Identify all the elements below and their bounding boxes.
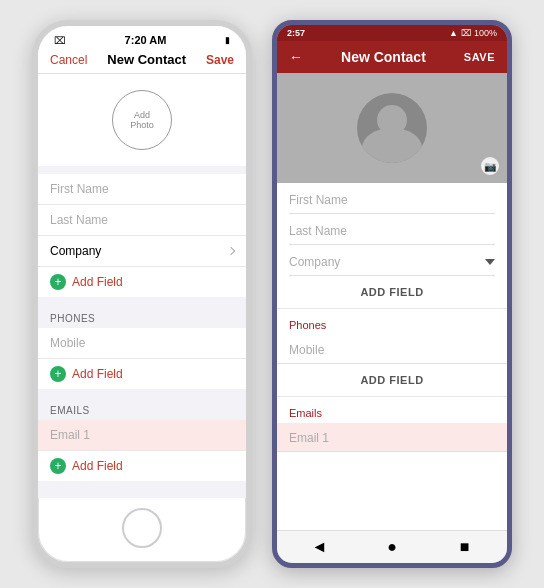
ios-battery-icon: ▮ [225, 35, 230, 45]
android-mobile-placeholder: Mobile [289, 343, 324, 357]
android-nav-title: New Contact [341, 49, 426, 65]
android-add-field-button[interactable]: ADD FIELD [277, 276, 507, 309]
android-company-placeholder: Company [289, 255, 340, 269]
android-bottom-nav: ◄ ● ■ [277, 530, 507, 563]
ios-nav-bar: Cancel New Contact Save [38, 46, 246, 74]
ios-add-phone-button[interactable]: + Add Field [38, 359, 246, 389]
android-back-nav-button[interactable]: ◄ [309, 537, 329, 557]
android-recent-nav-button[interactable]: ■ [455, 537, 475, 557]
ios-add-photo-label: Add [134, 110, 150, 120]
android-back-button[interactable]: ← [289, 49, 303, 65]
android-company-dropdown-icon [485, 259, 495, 265]
android-back-nav-icon: ◄ [311, 538, 327, 556]
android-recent-nav-icon: ■ [460, 538, 470, 556]
main-container: ⌧ 7:20 AM ▮ Cancel New Contact Save Add … [12, 0, 532, 588]
ios-add-email-button[interactable]: + Add Field [38, 451, 246, 481]
android-emails-header: Emails [277, 397, 507, 423]
android-first-name-placeholder: First Name [289, 193, 348, 207]
ios-home-area [38, 498, 246, 562]
android-form: First Name Last Name Company [277, 183, 507, 276]
ios-cancel-button[interactable]: Cancel [50, 53, 87, 67]
ios-phone: ⌧ 7:20 AM ▮ Cancel New Contact Save Add … [32, 20, 252, 568]
ios-company-field[interactable]: Company [38, 236, 246, 267]
ios-company-label: Company [50, 244, 101, 258]
android-add-phone-button[interactable]: ADD FIELD [277, 364, 507, 397]
ios-email-plus-icon: + [50, 458, 66, 474]
android-home-nav-button[interactable]: ● [382, 537, 402, 557]
ios-time: 7:20 AM [125, 34, 167, 46]
android-last-name-field[interactable]: Last Name [289, 214, 495, 245]
ios-last-name-field[interactable]: Last Name [38, 205, 246, 236]
android-home-nav-icon: ● [387, 538, 397, 556]
ios-first-name-field[interactable]: First Name [38, 174, 246, 205]
ios-status-bar: ⌧ 7:20 AM ▮ [38, 26, 246, 46]
ios-add-phone-label: Add Field [72, 367, 123, 381]
ios-mobile-field[interactable]: Mobile [38, 328, 246, 359]
ios-phone-plus-icon: + [50, 366, 66, 382]
android-mobile-field[interactable]: Mobile [277, 335, 507, 364]
android-company-field[interactable]: Company [289, 245, 495, 276]
ios-home-button[interactable] [122, 508, 162, 548]
ios-add-email-label: Add Field [72, 459, 123, 473]
ios-status-icons: ▮ [225, 35, 230, 45]
android-phone: 2:57 ▲ ⌧ 100% ← New Contact SAVE 📷 First… [272, 20, 512, 568]
ios-email1-field[interactable]: Email 1 [38, 420, 246, 451]
android-content: 📷 First Name Last Name Company ADD FIELD… [277, 73, 507, 530]
ios-add-field-button[interactable]: + Add Field [38, 267, 246, 297]
ios-nav-title: New Contact [107, 52, 186, 67]
ios-save-button[interactable]: Save [206, 53, 234, 67]
android-phones-header: Phones [277, 309, 507, 335]
android-email1-placeholder: Email 1 [289, 431, 329, 445]
ios-plus-icon: + [50, 274, 66, 290]
ios-emails-header: EMAILS [38, 397, 246, 420]
android-last-name-placeholder: Last Name [289, 224, 347, 238]
android-email1-field[interactable]: Email 1 [277, 423, 507, 452]
ios-company-chevron-icon [227, 247, 235, 255]
android-time: 2:57 [287, 28, 305, 38]
ios-content: Add Photo First Name Last Name Company +… [38, 74, 246, 498]
android-status-bar: 2:57 ▲ ⌧ 100% [277, 25, 507, 41]
ios-first-name-placeholder: First Name [50, 182, 109, 196]
ios-add-photo-label2: Photo [130, 120, 154, 130]
ios-email1-placeholder: Email 1 [50, 428, 90, 442]
android-status-icons: ▲ ⌧ 100% [449, 28, 497, 38]
ios-mobile-placeholder: Mobile [50, 336, 85, 350]
ios-last-name-placeholder: Last Name [50, 213, 108, 227]
ios-add-photo-button[interactable]: Add Photo [112, 90, 172, 150]
android-battery-text: 100% [474, 28, 497, 38]
android-wifi-icon: ⌧ [461, 28, 471, 38]
android-camera-icon[interactable]: 📷 [481, 157, 499, 175]
android-photo-section: 📷 [277, 73, 507, 183]
ios-wifi-icon: ⌧ [54, 35, 66, 46]
android-nav-bar: ← New Contact SAVE [277, 41, 507, 73]
ios-phones-header: PHONES [38, 305, 246, 328]
ios-photo-section: Add Photo [38, 74, 246, 166]
ios-add-field-label: Add Field [72, 275, 123, 289]
ios-phones-section: Mobile + Add Field [38, 328, 246, 389]
android-signal-icon: ▲ [449, 28, 458, 38]
ios-emails-section: Email 1 + Add Field [38, 420, 246, 481]
android-avatar [357, 93, 427, 163]
ios-name-section: First Name Last Name Company + Add Field [38, 174, 246, 297]
android-save-button[interactable]: SAVE [464, 51, 495, 63]
android-first-name-field[interactable]: First Name [289, 183, 495, 214]
